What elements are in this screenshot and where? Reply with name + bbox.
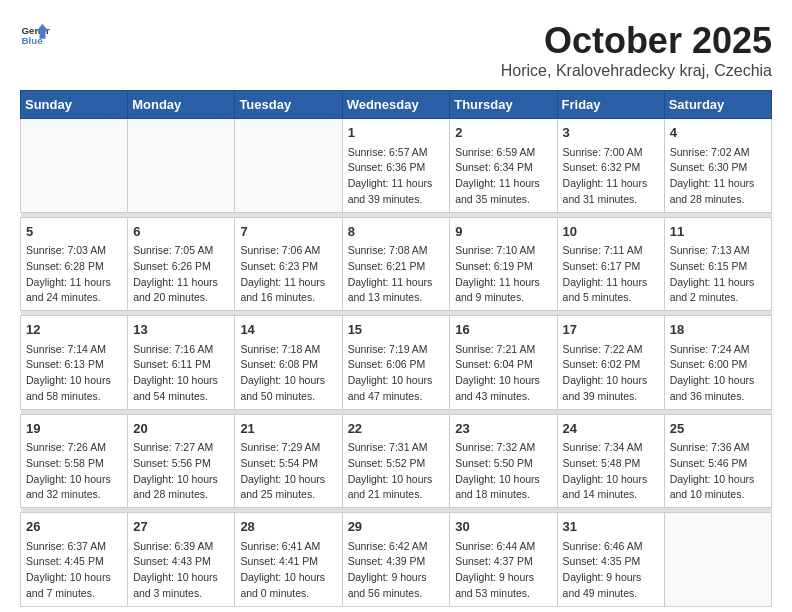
- day-info: Sunrise: 7:08 AM Sunset: 6:21 PM Dayligh…: [348, 243, 445, 306]
- calendar-table: SundayMondayTuesdayWednesdayThursdayFrid…: [20, 90, 772, 607]
- day-info: Sunrise: 6:41 AM Sunset: 4:41 PM Dayligh…: [240, 539, 336, 602]
- day-info: Sunrise: 7:22 AM Sunset: 6:02 PM Dayligh…: [563, 342, 659, 405]
- calendar-cell: 6Sunrise: 7:05 AM Sunset: 6:26 PM Daylig…: [128, 217, 235, 311]
- day-number: 28: [240, 517, 336, 537]
- calendar-cell: 11Sunrise: 7:13 AM Sunset: 6:15 PM Dayli…: [664, 217, 771, 311]
- calendar-cell: 12Sunrise: 7:14 AM Sunset: 6:13 PM Dayli…: [21, 316, 128, 410]
- day-number: 5: [26, 222, 122, 242]
- calendar-cell: 1Sunrise: 6:57 AM Sunset: 6:36 PM Daylig…: [342, 119, 450, 213]
- day-number: 30: [455, 517, 551, 537]
- day-number: 14: [240, 320, 336, 340]
- calendar-cell: 27Sunrise: 6:39 AM Sunset: 4:43 PM Dayli…: [128, 513, 235, 607]
- day-number: 31: [563, 517, 659, 537]
- day-info: Sunrise: 7:26 AM Sunset: 5:58 PM Dayligh…: [26, 440, 122, 503]
- weekday-header-wednesday: Wednesday: [342, 91, 450, 119]
- day-info: Sunrise: 6:46 AM Sunset: 4:35 PM Dayligh…: [563, 539, 659, 602]
- weekday-header-row: SundayMondayTuesdayWednesdayThursdayFrid…: [21, 91, 772, 119]
- weekday-header-sunday: Sunday: [21, 91, 128, 119]
- day-number: 29: [348, 517, 445, 537]
- week-row-3: 12Sunrise: 7:14 AM Sunset: 6:13 PM Dayli…: [21, 316, 772, 410]
- calendar-cell: 3Sunrise: 7:00 AM Sunset: 6:32 PM Daylig…: [557, 119, 664, 213]
- weekday-header-friday: Friday: [557, 91, 664, 119]
- calendar-cell: 13Sunrise: 7:16 AM Sunset: 6:11 PM Dayli…: [128, 316, 235, 410]
- day-info: Sunrise: 7:05 AM Sunset: 6:26 PM Dayligh…: [133, 243, 229, 306]
- calendar-cell: 31Sunrise: 6:46 AM Sunset: 4:35 PM Dayli…: [557, 513, 664, 607]
- day-number: 2: [455, 123, 551, 143]
- calendar-cell: [21, 119, 128, 213]
- day-number: 21: [240, 419, 336, 439]
- day-number: 24: [563, 419, 659, 439]
- day-info: Sunrise: 7:18 AM Sunset: 6:08 PM Dayligh…: [240, 342, 336, 405]
- day-number: 16: [455, 320, 551, 340]
- day-info: Sunrise: 7:32 AM Sunset: 5:50 PM Dayligh…: [455, 440, 551, 503]
- day-number: 1: [348, 123, 445, 143]
- day-number: 4: [670, 123, 766, 143]
- week-row-4: 19Sunrise: 7:26 AM Sunset: 5:58 PM Dayli…: [21, 414, 772, 508]
- month-title: October 2025: [501, 20, 772, 62]
- day-info: Sunrise: 6:42 AM Sunset: 4:39 PM Dayligh…: [348, 539, 445, 602]
- day-number: 25: [670, 419, 766, 439]
- day-number: 22: [348, 419, 445, 439]
- day-info: Sunrise: 6:59 AM Sunset: 6:34 PM Dayligh…: [455, 145, 551, 208]
- day-number: 3: [563, 123, 659, 143]
- day-info: Sunrise: 7:06 AM Sunset: 6:23 PM Dayligh…: [240, 243, 336, 306]
- day-info: Sunrise: 7:24 AM Sunset: 6:00 PM Dayligh…: [670, 342, 766, 405]
- day-number: 12: [26, 320, 122, 340]
- calendar-cell: 22Sunrise: 7:31 AM Sunset: 5:52 PM Dayli…: [342, 414, 450, 508]
- day-info: Sunrise: 7:00 AM Sunset: 6:32 PM Dayligh…: [563, 145, 659, 208]
- calendar-cell: 25Sunrise: 7:36 AM Sunset: 5:46 PM Dayli…: [664, 414, 771, 508]
- calendar-cell: 17Sunrise: 7:22 AM Sunset: 6:02 PM Dayli…: [557, 316, 664, 410]
- calendar-cell: 20Sunrise: 7:27 AM Sunset: 5:56 PM Dayli…: [128, 414, 235, 508]
- day-number: 10: [563, 222, 659, 242]
- calendar-cell: 8Sunrise: 7:08 AM Sunset: 6:21 PM Daylig…: [342, 217, 450, 311]
- day-info: Sunrise: 6:57 AM Sunset: 6:36 PM Dayligh…: [348, 145, 445, 208]
- day-info: Sunrise: 6:37 AM Sunset: 4:45 PM Dayligh…: [26, 539, 122, 602]
- day-number: 15: [348, 320, 445, 340]
- day-number: 18: [670, 320, 766, 340]
- logo-icon: General Blue: [20, 20, 50, 50]
- day-number: 8: [348, 222, 445, 242]
- location-title: Horice, Kralovehradecky kraj, Czechia: [501, 62, 772, 80]
- day-number: 19: [26, 419, 122, 439]
- day-info: Sunrise: 7:21 AM Sunset: 6:04 PM Dayligh…: [455, 342, 551, 405]
- calendar-cell: [664, 513, 771, 607]
- day-info: Sunrise: 7:27 AM Sunset: 5:56 PM Dayligh…: [133, 440, 229, 503]
- weekday-header-thursday: Thursday: [450, 91, 557, 119]
- day-number: 6: [133, 222, 229, 242]
- calendar-cell: 16Sunrise: 7:21 AM Sunset: 6:04 PM Dayli…: [450, 316, 557, 410]
- day-info: Sunrise: 7:19 AM Sunset: 6:06 PM Dayligh…: [348, 342, 445, 405]
- day-info: Sunrise: 7:03 AM Sunset: 6:28 PM Dayligh…: [26, 243, 122, 306]
- calendar-cell: 14Sunrise: 7:18 AM Sunset: 6:08 PM Dayli…: [235, 316, 342, 410]
- calendar-cell: 2Sunrise: 6:59 AM Sunset: 6:34 PM Daylig…: [450, 119, 557, 213]
- calendar-cell: 21Sunrise: 7:29 AM Sunset: 5:54 PM Dayli…: [235, 414, 342, 508]
- logo: General Blue: [20, 20, 50, 50]
- calendar-cell: 23Sunrise: 7:32 AM Sunset: 5:50 PM Dayli…: [450, 414, 557, 508]
- calendar-cell: 15Sunrise: 7:19 AM Sunset: 6:06 PM Dayli…: [342, 316, 450, 410]
- day-info: Sunrise: 7:13 AM Sunset: 6:15 PM Dayligh…: [670, 243, 766, 306]
- day-number: 11: [670, 222, 766, 242]
- day-number: 20: [133, 419, 229, 439]
- week-row-1: 1Sunrise: 6:57 AM Sunset: 6:36 PM Daylig…: [21, 119, 772, 213]
- calendar-cell: [128, 119, 235, 213]
- week-row-2: 5Sunrise: 7:03 AM Sunset: 6:28 PM Daylig…: [21, 217, 772, 311]
- day-info: Sunrise: 7:10 AM Sunset: 6:19 PM Dayligh…: [455, 243, 551, 306]
- calendar-cell: 9Sunrise: 7:10 AM Sunset: 6:19 PM Daylig…: [450, 217, 557, 311]
- calendar-cell: 26Sunrise: 6:37 AM Sunset: 4:45 PM Dayli…: [21, 513, 128, 607]
- day-info: Sunrise: 7:11 AM Sunset: 6:17 PM Dayligh…: [563, 243, 659, 306]
- day-info: Sunrise: 7:34 AM Sunset: 5:48 PM Dayligh…: [563, 440, 659, 503]
- weekday-header-monday: Monday: [128, 91, 235, 119]
- calendar-cell: 5Sunrise: 7:03 AM Sunset: 6:28 PM Daylig…: [21, 217, 128, 311]
- day-info: Sunrise: 7:29 AM Sunset: 5:54 PM Dayligh…: [240, 440, 336, 503]
- day-number: 7: [240, 222, 336, 242]
- calendar-cell: 4Sunrise: 7:02 AM Sunset: 6:30 PM Daylig…: [664, 119, 771, 213]
- calendar-cell: 24Sunrise: 7:34 AM Sunset: 5:48 PM Dayli…: [557, 414, 664, 508]
- calendar-cell: 28Sunrise: 6:41 AM Sunset: 4:41 PM Dayli…: [235, 513, 342, 607]
- day-number: 27: [133, 517, 229, 537]
- day-number: 17: [563, 320, 659, 340]
- calendar-cell: 29Sunrise: 6:42 AM Sunset: 4:39 PM Dayli…: [342, 513, 450, 607]
- day-info: Sunrise: 6:39 AM Sunset: 4:43 PM Dayligh…: [133, 539, 229, 602]
- calendar-cell: 19Sunrise: 7:26 AM Sunset: 5:58 PM Dayli…: [21, 414, 128, 508]
- calendar-cell: 30Sunrise: 6:44 AM Sunset: 4:37 PM Dayli…: [450, 513, 557, 607]
- calendar-cell: 10Sunrise: 7:11 AM Sunset: 6:17 PM Dayli…: [557, 217, 664, 311]
- day-info: Sunrise: 7:16 AM Sunset: 6:11 PM Dayligh…: [133, 342, 229, 405]
